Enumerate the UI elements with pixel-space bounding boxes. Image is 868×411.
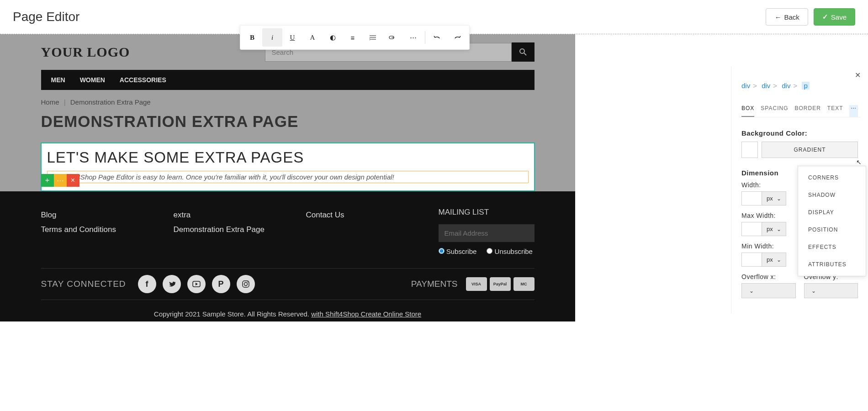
site-logo: YOUR LOGO xyxy=(41,44,130,60)
breadcrumb-home[interactable]: Home xyxy=(41,98,59,106)
crumb-div-3[interactable]: div xyxy=(782,82,790,90)
back-button[interactable]: Back xyxy=(766,8,808,26)
property-tabs: BOX SPACING BORDER TEXT ⋯ xyxy=(739,94,861,117)
facebook-icon[interactable]: f xyxy=(138,275,156,293)
tabs-overflow-menu: CORNERS SHADOW DISPLAY POSITION EFFECTS … xyxy=(798,166,866,276)
mailing-title: MAILING LIST xyxy=(439,208,535,224)
save-button[interactable]: Save xyxy=(814,8,855,26)
magnify-icon xyxy=(519,48,527,56)
min-width-input[interactable] xyxy=(741,253,762,267)
block-heading[interactable]: LET'S MAKE SOME EXTRA PAGES xyxy=(47,149,529,171)
footer-link-contact[interactable]: Contact Us xyxy=(306,208,411,222)
underline-button[interactable]: U xyxy=(282,28,302,47)
menu-shadow[interactable]: SHADOW xyxy=(798,186,866,204)
gradient-button[interactable]: GRADIENT xyxy=(762,142,858,158)
toolbar-separator xyxy=(425,31,425,44)
delete-element-button[interactable]: × xyxy=(67,174,79,187)
stay-connected-title: STAY CONNECTED xyxy=(41,279,126,289)
element-options-button[interactable]: ⋯ xyxy=(54,174,67,187)
element-controls: + ⋯ × xyxy=(41,174,79,187)
cursor-icon: ↖ xyxy=(856,158,862,166)
properties-panel: ✕ div> div> div> p BOX SPACING BORDER TE… xyxy=(731,66,868,314)
redo-icon xyxy=(453,35,461,40)
background-color-label: Background Color: xyxy=(741,126,858,142)
footer-link-extra[interactable]: extra xyxy=(174,208,279,222)
text-toolbar: B i U A ◐ ≡ ⋯ xyxy=(240,25,470,50)
overflow-y-select[interactable] xyxy=(804,283,858,298)
menu-effects[interactable]: EFFECTS xyxy=(798,238,866,256)
add-element-button[interactable]: + xyxy=(41,174,54,187)
tab-more-button[interactable]: ⋯ xyxy=(849,105,858,117)
nav-item-men[interactable]: MEN xyxy=(51,76,65,84)
svg-point-4 xyxy=(244,283,247,286)
arrow-left-icon xyxy=(774,13,781,21)
italic-button[interactable]: i xyxy=(262,28,282,47)
max-width-unit-select[interactable]: px xyxy=(762,222,786,236)
twitter-icon[interactable] xyxy=(163,275,181,293)
tab-spacing[interactable]: SPACING xyxy=(761,105,788,117)
redo-button[interactable] xyxy=(447,28,467,47)
background-color-swatch[interactable] xyxy=(741,142,758,158)
footer-copyright: Copyright 2021 Sample Store. All Rights … xyxy=(41,300,535,321)
width-input[interactable] xyxy=(741,191,762,206)
visa-card-icon: VISA xyxy=(466,277,487,291)
min-width-unit-select[interactable]: px xyxy=(762,253,786,267)
editor-canvas[interactable]: YOUR LOGO MEN WOMEN ACCESSORIES Home | D… xyxy=(0,34,575,321)
header-actions: Back Save xyxy=(766,8,855,26)
subscribe-option[interactable]: Subscribe xyxy=(439,248,477,255)
mailing-email-input[interactable] xyxy=(439,224,535,242)
search-button[interactable] xyxy=(512,42,535,62)
align-button[interactable]: ≡ xyxy=(343,28,363,47)
subscribe-radio[interactable] xyxy=(439,248,445,254)
max-width-input[interactable] xyxy=(741,222,762,236)
crumb-p[interactable]: p xyxy=(802,82,809,90)
footer-link-terms[interactable]: Terms and Conditions xyxy=(41,222,146,237)
tab-box[interactable]: BOX xyxy=(741,105,754,117)
nav-item-women[interactable]: WOMEN xyxy=(80,76,105,84)
overflow-x-select[interactable] xyxy=(741,283,796,298)
menu-display[interactable]: DISPLAY xyxy=(798,204,866,221)
width-unit-select[interactable]: px xyxy=(762,191,786,206)
menu-corners[interactable]: CORNERS xyxy=(798,169,866,186)
nav-item-accessories[interactable]: ACCESSORIES xyxy=(120,76,166,84)
unsubscribe-radio[interactable] xyxy=(487,248,492,254)
width-label: Width: xyxy=(741,181,796,191)
font-button[interactable]: A xyxy=(302,28,323,47)
selected-block[interactable]: LET'S MAKE SOME EXTRA PAGES The Shift4Sh… xyxy=(41,142,535,191)
unsubscribe-option[interactable]: Unsubscribe xyxy=(487,248,533,255)
element-breadcrumb: div> div> div> p xyxy=(739,73,861,94)
link-icon xyxy=(389,35,397,40)
page-title: Page Editor xyxy=(13,10,79,24)
paypal-card-icon: PayPal xyxy=(490,277,511,291)
instagram-icon[interactable] xyxy=(237,275,255,293)
menu-attributes[interactable]: ATTRIBUTES xyxy=(798,256,866,273)
svg-point-0 xyxy=(520,49,524,53)
close-panel-button[interactable]: ✕ xyxy=(855,71,861,79)
bold-button[interactable]: B xyxy=(242,28,262,47)
breadcrumb: Home | Demonstration Extra Page xyxy=(41,90,535,110)
link-button[interactable] xyxy=(383,28,403,47)
youtube-icon[interactable] xyxy=(187,275,206,293)
crumb-div-1[interactable]: div xyxy=(741,82,750,90)
menu-position[interactable]: POSITION xyxy=(798,221,866,238)
svg-line-1 xyxy=(524,53,526,55)
overflow-x-label: Overflow x: xyxy=(741,273,796,283)
main-nav: MEN WOMEN ACCESSORIES xyxy=(41,70,535,90)
indent-button[interactable] xyxy=(363,28,383,47)
breadcrumb-sep: | xyxy=(64,98,66,106)
undo-button[interactable] xyxy=(427,28,447,47)
min-width-label: Min Width: xyxy=(741,242,796,253)
block-paragraph[interactable]: The Shift4Shop Page Editor is easy to le… xyxy=(47,171,529,183)
footer-link-blog[interactable]: Blog xyxy=(41,208,146,222)
footer-link-demo[interactable]: Demonstration Extra Page xyxy=(174,222,279,237)
contrast-button[interactable]: ◐ xyxy=(323,28,343,47)
tab-text[interactable]: TEXT xyxy=(827,105,843,117)
crumb-div-2[interactable]: div xyxy=(762,82,770,90)
tab-border[interactable]: BORDER xyxy=(794,105,820,117)
footer-credit-link[interactable]: with Shift4Shop Create Online Store xyxy=(311,310,421,318)
pinterest-icon[interactable]: P xyxy=(212,275,230,293)
check-icon xyxy=(822,13,828,21)
payments-title: PAYMENTS xyxy=(411,279,458,289)
more-button[interactable]: ⋯ xyxy=(403,28,423,47)
breadcrumb-current: Demonstration Extra Page xyxy=(70,98,151,106)
